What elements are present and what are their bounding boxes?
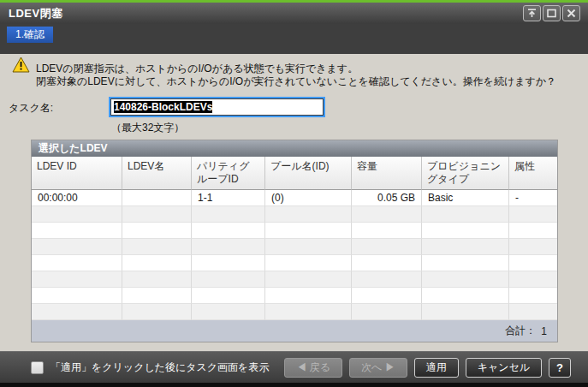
warning-line2: 閉塞対象のLDEVに対して、ホストからのI/Oが実行されていないことを確認してく… (36, 75, 556, 87)
table-cell (352, 255, 422, 271)
warning-triangle-icon (12, 57, 30, 73)
table-cell (422, 255, 509, 271)
table-cell (352, 239, 422, 255)
table-cell (422, 206, 509, 223)
table-cell (32, 304, 122, 320)
column-header[interactable]: 容量 (352, 157, 422, 190)
show-task-screen-checkbox[interactable] (31, 361, 44, 374)
titlebar: LDEV閉塞 (0, 3, 588, 24)
total-value: 1 (541, 325, 547, 337)
table-cell (352, 271, 422, 288)
close-icon[interactable] (562, 5, 580, 21)
column-header[interactable]: プロビジョニングタイプ (422, 157, 509, 190)
action-bar: 「適用」をクリックした後にタスク画面を表示 ◀ 戻る 次へ ▶ 適用 キャンセル… (0, 351, 588, 383)
column-header[interactable]: LDEV ID (32, 157, 122, 190)
table-cell (122, 288, 192, 304)
task-name-value: 140826-BlockLDEVs (114, 101, 212, 113)
step-badge-confirm: 1.確認 (7, 27, 53, 43)
warning-message: LDEVの閉塞指示は、ホストからのI/Oがある状態でも実行できます。 閉塞対象の… (12, 57, 556, 88)
ldev-block-dialog: LDEV閉塞 1.確認 (0, 0, 588, 387)
table-row-empty (32, 223, 557, 239)
table-cell (422, 223, 509, 239)
table-row-empty (32, 288, 557, 304)
task-name-label: タスク名: (9, 101, 53, 116)
background-window-edge (0, 383, 588, 387)
table-cell (422, 239, 509, 255)
table-cell (192, 288, 265, 304)
table-cell: 1-1 (192, 190, 265, 206)
maximize-icon[interactable] (543, 5, 561, 21)
table-cell (192, 239, 265, 255)
table-cell (265, 271, 352, 288)
total-label: 合計： (505, 324, 536, 338)
table-cell (122, 304, 192, 320)
back-button[interactable]: ◀ 戻る (284, 358, 342, 378)
table-cell (192, 206, 265, 223)
column-header[interactable]: 属性 (509, 157, 557, 190)
table-cell (509, 271, 557, 288)
table-cell (509, 288, 557, 304)
selected-ldev-table: 選択したLDEV LDEV IDLDEV名パリティグループIDプール名(ID)容… (31, 140, 558, 342)
table-cell (265, 206, 352, 223)
table-cell (122, 206, 192, 223)
table-row-empty (32, 239, 557, 255)
table-cell (192, 304, 265, 320)
collapse-up-icon[interactable] (523, 5, 541, 21)
table-cell (122, 223, 192, 239)
table-cell (265, 239, 352, 255)
table-cell: 0.05 GB (352, 190, 422, 206)
table-footer: 合計： 1 (32, 320, 557, 342)
table-title: 選択したLDEV (32, 140, 557, 157)
table-row-empty (32, 206, 557, 223)
table-cell (509, 206, 557, 223)
table-cell (352, 288, 422, 304)
table-cell (122, 239, 192, 255)
table-cell (265, 304, 352, 320)
table-header-row: LDEV IDLDEV名パリティグループIDプール名(ID)容量プロビジョニング… (32, 157, 557, 190)
cancel-button[interactable]: キャンセル (466, 358, 542, 378)
table-cell: (0) (265, 190, 352, 206)
table-cell (352, 206, 422, 223)
table-cell (192, 271, 265, 288)
column-header[interactable]: パリティグループID (192, 157, 265, 190)
help-button[interactable]: ? (549, 358, 571, 378)
table-cell (422, 304, 509, 320)
column-header[interactable]: プール名(ID) (265, 157, 352, 190)
table-cell (265, 255, 352, 271)
task-name-hint: （最大32文字） (111, 121, 184, 135)
task-name-input[interactable]: 140826-BlockLDEVs (109, 97, 325, 117)
table-cell (265, 223, 352, 239)
warning-text: LDEVの閉塞指示は、ホストからのI/Oがある状態でも実行できます。 閉塞対象の… (36, 57, 556, 88)
table-cell (352, 304, 422, 320)
table-cell (509, 223, 557, 239)
table-cell (32, 206, 122, 223)
apply-button[interactable]: 適用 (414, 358, 459, 378)
table-cell (32, 271, 122, 288)
dialog-content: LDEVの閉塞指示は、ホストからのI/Oがある状態でも実行できます。 閉塞対象の… (0, 54, 588, 351)
table-cell: 00:00:00 (32, 190, 122, 206)
table-cell: - (509, 190, 557, 206)
table-cell (32, 239, 122, 255)
table-cell (422, 271, 509, 288)
table-row-empty (32, 271, 557, 288)
next-button[interactable]: 次へ ▶ (349, 358, 407, 378)
dialog-title: LDEV閉塞 (9, 3, 63, 24)
table-cell (122, 190, 192, 206)
table-row[interactable]: 00:00:001-1(0)0.05 GBBasic- (32, 190, 557, 206)
show-task-screen-label: 「適用」をクリックした後にタスク画面を表示 (50, 360, 269, 375)
table-cell (192, 223, 265, 239)
table-row-empty (32, 255, 557, 271)
table-cell (122, 255, 192, 271)
table-cell (509, 255, 557, 271)
warning-line1: LDEVの閉塞指示は、ホストからのI/Oがある状態でも実行できます。 (36, 63, 556, 74)
table-row-empty (32, 304, 557, 320)
table-cell (32, 223, 122, 239)
table-cell (32, 288, 122, 304)
table-cell (192, 255, 265, 271)
column-header[interactable]: LDEV名 (122, 157, 192, 190)
table-cell (32, 255, 122, 271)
table-cell (509, 304, 557, 320)
table-cell: Basic (422, 190, 509, 206)
step-bar: 1.確認 (0, 24, 588, 54)
table-cell (352, 223, 422, 239)
